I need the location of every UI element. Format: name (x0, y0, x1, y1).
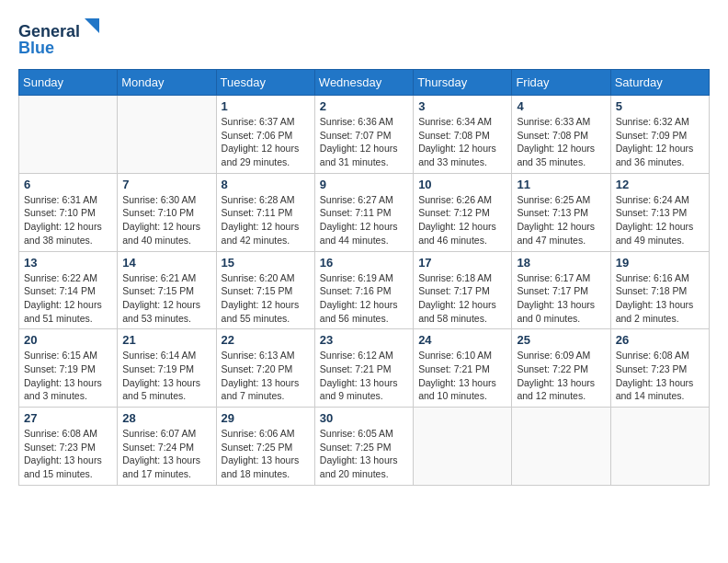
day-detail: Sunrise: 6:09 AM Sunset: 7:22 PM Dayligh… (517, 349, 605, 403)
calendar-day-cell (118, 96, 216, 174)
calendar-day-cell: 7Sunrise: 6:30 AM Sunset: 7:10 PM Daylig… (118, 173, 216, 251)
calendar-day-cell (19, 96, 118, 174)
day-number: 26 (616, 333, 704, 347)
day-detail: Sunrise: 6:36 AM Sunset: 7:07 PM Dayligh… (320, 115, 408, 169)
calendar-day-cell: 4Sunrise: 6:33 AM Sunset: 7:08 PM Daylig… (512, 96, 610, 174)
calendar-day-cell: 28Sunrise: 6:07 AM Sunset: 7:24 PM Dayli… (118, 408, 216, 486)
day-detail: Sunrise: 6:24 AM Sunset: 7:13 PM Dayligh… (616, 193, 704, 247)
day-detail: Sunrise: 6:31 AM Sunset: 7:10 PM Dayligh… (24, 193, 112, 247)
calendar-day-cell: 11Sunrise: 6:25 AM Sunset: 7:13 PM Dayli… (512, 173, 610, 251)
calendar-day-cell: 27Sunrise: 6:08 AM Sunset: 7:23 PM Dayli… (19, 408, 118, 486)
day-of-week-header: Thursday (414, 70, 512, 96)
day-number: 24 (418, 333, 506, 347)
day-detail: Sunrise: 6:26 AM Sunset: 7:12 PM Dayligh… (418, 193, 506, 247)
calendar-week-row: 13Sunrise: 6:22 AM Sunset: 7:14 PM Dayli… (19, 251, 710, 329)
day-number: 30 (320, 411, 408, 425)
day-number: 19 (616, 256, 704, 270)
day-number: 22 (222, 333, 310, 347)
svg-text:Blue: Blue (18, 39, 54, 57)
day-of-week-header: Wednesday (314, 70, 413, 96)
calendar-week-row: 27Sunrise: 6:08 AM Sunset: 7:23 PM Dayli… (19, 408, 710, 486)
calendar-day-cell (610, 408, 709, 486)
calendar-day-cell: 3Sunrise: 6:34 AM Sunset: 7:08 PM Daylig… (414, 96, 512, 174)
day-detail: Sunrise: 6:30 AM Sunset: 7:10 PM Dayligh… (122, 193, 210, 247)
calendar-day-cell: 20Sunrise: 6:15 AM Sunset: 7:19 PM Dayli… (19, 329, 118, 408)
calendar-day-cell: 13Sunrise: 6:22 AM Sunset: 7:14 PM Dayli… (19, 251, 118, 329)
day-number: 29 (222, 411, 310, 425)
day-number: 23 (320, 333, 408, 347)
day-detail: Sunrise: 6:37 AM Sunset: 7:06 PM Dayligh… (222, 115, 310, 169)
day-detail: Sunrise: 6:06 AM Sunset: 7:25 PM Dayligh… (222, 427, 310, 481)
calendar-day-cell: 17Sunrise: 6:18 AM Sunset: 7:17 PM Dayli… (414, 251, 512, 329)
day-detail: Sunrise: 6:21 AM Sunset: 7:15 PM Dayligh… (122, 271, 210, 326)
day-detail: Sunrise: 6:25 AM Sunset: 7:13 PM Dayligh… (517, 193, 605, 247)
page-header: GeneralBlue (18, 18, 710, 60)
day-number: 10 (418, 178, 506, 191)
calendar-day-cell: 8Sunrise: 6:28 AM Sunset: 7:11 PM Daylig… (216, 173, 314, 251)
day-number: 15 (222, 256, 310, 270)
day-detail: Sunrise: 6:34 AM Sunset: 7:08 PM Dayligh… (418, 115, 506, 169)
day-detail: Sunrise: 6:08 AM Sunset: 7:23 PM Dayligh… (24, 427, 112, 481)
day-detail: Sunrise: 6:05 AM Sunset: 7:25 PM Dayligh… (320, 427, 408, 481)
calendar-day-cell: 24Sunrise: 6:10 AM Sunset: 7:21 PM Dayli… (414, 329, 512, 408)
day-detail: Sunrise: 6:08 AM Sunset: 7:23 PM Dayligh… (616, 349, 704, 403)
day-number: 1 (222, 99, 310, 113)
day-number: 7 (122, 178, 210, 191)
calendar-week-row: 6Sunrise: 6:31 AM Sunset: 7:10 PM Daylig… (19, 173, 710, 251)
day-of-week-header: Monday (118, 70, 216, 96)
calendar-day-cell: 5Sunrise: 6:32 AM Sunset: 7:09 PM Daylig… (610, 96, 709, 174)
day-number: 28 (122, 411, 210, 425)
calendar-day-cell: 25Sunrise: 6:09 AM Sunset: 7:22 PM Dayli… (512, 329, 610, 408)
day-number: 2 (320, 99, 408, 113)
calendar-day-cell: 19Sunrise: 6:16 AM Sunset: 7:18 PM Dayli… (610, 251, 709, 329)
day-number: 4 (517, 99, 605, 113)
calendar-day-cell: 29Sunrise: 6:06 AM Sunset: 7:25 PM Dayli… (216, 408, 314, 486)
day-detail: Sunrise: 6:13 AM Sunset: 7:20 PM Dayligh… (222, 349, 310, 403)
day-detail: Sunrise: 6:17 AM Sunset: 7:17 PM Dayligh… (517, 271, 605, 326)
calendar-day-cell: 18Sunrise: 6:17 AM Sunset: 7:17 PM Dayli… (512, 251, 610, 329)
calendar-day-cell: 12Sunrise: 6:24 AM Sunset: 7:13 PM Dayli… (610, 173, 709, 251)
day-number: 12 (616, 178, 704, 191)
day-of-week-header: Sunday (19, 70, 118, 96)
calendar-day-cell: 16Sunrise: 6:19 AM Sunset: 7:16 PM Dayli… (314, 251, 413, 329)
day-detail: Sunrise: 6:16 AM Sunset: 7:18 PM Dayligh… (616, 271, 704, 326)
calendar-day-cell: 1Sunrise: 6:37 AM Sunset: 7:06 PM Daylig… (216, 96, 314, 174)
day-detail: Sunrise: 6:12 AM Sunset: 7:21 PM Dayligh… (320, 349, 408, 403)
calendar-day-cell: 26Sunrise: 6:08 AM Sunset: 7:23 PM Dayli… (610, 329, 709, 408)
calendar-day-cell: 30Sunrise: 6:05 AM Sunset: 7:25 PM Dayli… (314, 408, 413, 486)
day-number: 21 (122, 333, 210, 347)
day-of-week-header: Saturday (610, 70, 709, 96)
day-of-week-header: Friday (512, 70, 610, 96)
calendar-day-cell: 21Sunrise: 6:14 AM Sunset: 7:19 PM Dayli… (118, 329, 216, 408)
calendar-week-row: 20Sunrise: 6:15 AM Sunset: 7:19 PM Dayli… (19, 329, 710, 408)
day-number: 13 (24, 256, 112, 270)
day-detail: Sunrise: 6:33 AM Sunset: 7:08 PM Dayligh… (517, 115, 605, 169)
calendar-table: SundayMondayTuesdayWednesdayThursdayFrid… (18, 69, 710, 486)
calendar-day-cell: 15Sunrise: 6:20 AM Sunset: 7:15 PM Dayli… (216, 251, 314, 329)
logo: GeneralBlue (18, 18, 101, 60)
calendar-day-cell: 10Sunrise: 6:26 AM Sunset: 7:12 PM Dayli… (414, 173, 512, 251)
logo-svg: GeneralBlue (18, 18, 101, 60)
calendar-day-cell: 14Sunrise: 6:21 AM Sunset: 7:15 PM Dayli… (118, 251, 216, 329)
day-number: 14 (122, 256, 210, 270)
calendar-day-cell: 2Sunrise: 6:36 AM Sunset: 7:07 PM Daylig… (314, 96, 413, 174)
day-detail: Sunrise: 6:19 AM Sunset: 7:16 PM Dayligh… (320, 271, 408, 326)
calendar-day-cell: 6Sunrise: 6:31 AM Sunset: 7:10 PM Daylig… (19, 173, 118, 251)
day-number: 11 (517, 178, 605, 191)
calendar-header-row: SundayMondayTuesdayWednesdayThursdayFrid… (19, 70, 710, 96)
day-detail: Sunrise: 6:32 AM Sunset: 7:09 PM Dayligh… (616, 115, 704, 169)
svg-marker-2 (85, 18, 99, 33)
day-detail: Sunrise: 6:27 AM Sunset: 7:11 PM Dayligh… (320, 193, 408, 247)
day-detail: Sunrise: 6:07 AM Sunset: 7:24 PM Dayligh… (122, 427, 210, 481)
day-detail: Sunrise: 6:10 AM Sunset: 7:21 PM Dayligh… (418, 349, 506, 403)
day-detail: Sunrise: 6:22 AM Sunset: 7:14 PM Dayligh… (24, 271, 112, 326)
calendar-day-cell: 22Sunrise: 6:13 AM Sunset: 7:20 PM Dayli… (216, 329, 314, 408)
calendar-day-cell (414, 408, 512, 486)
day-number: 8 (222, 178, 310, 191)
day-number: 3 (418, 99, 506, 113)
calendar-day-cell: 23Sunrise: 6:12 AM Sunset: 7:21 PM Dayli… (314, 329, 413, 408)
day-detail: Sunrise: 6:18 AM Sunset: 7:17 PM Dayligh… (418, 271, 506, 326)
day-number: 17 (418, 256, 506, 270)
day-number: 16 (320, 256, 408, 270)
day-detail: Sunrise: 6:28 AM Sunset: 7:11 PM Dayligh… (222, 193, 310, 247)
